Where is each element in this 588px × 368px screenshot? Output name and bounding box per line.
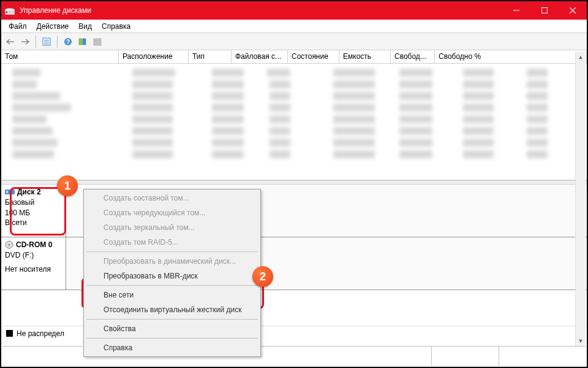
list-icon[interactable] <box>91 35 104 48</box>
svg-point-1 <box>5 9 15 12</box>
col-capacity[interactable]: Емкость <box>339 50 391 63</box>
menu-file[interactable]: Файл <box>4 20 32 33</box>
svg-rect-19 <box>6 191 8 193</box>
col-fs[interactable]: Файловая с... <box>232 50 288 63</box>
ctx-properties[interactable]: Свойства <box>85 321 259 336</box>
vertical-scrollbar[interactable]: ▲ ▼ <box>575 52 586 346</box>
ctx-convert-dynamic[interactable]: Преобразовать в динамический диск... <box>85 254 259 269</box>
toolbar: ? <box>1 33 587 50</box>
disk2-header[interactable]: Диск 2 Базовый 100 МБ В сети <box>1 185 66 237</box>
svg-point-21 <box>9 244 10 246</box>
help-icon[interactable]: ? <box>61 35 75 48</box>
minimize-button[interactable] <box>502 1 530 20</box>
back-button[interactable] <box>4 35 17 48</box>
column-headers: Том Расположение Тип Файловая с... Состо… <box>1 50 587 64</box>
menu-action[interactable]: Действие <box>32 20 74 33</box>
col-free[interactable]: Свобод... <box>391 50 435 63</box>
ctx-detach-vhd[interactable]: Отсоединить виртуальный жесткий диск <box>85 302 259 317</box>
maximize-button[interactable] <box>530 1 559 20</box>
settings-icon[interactable] <box>40 35 53 48</box>
menubar: Файл Действие Вид Справка <box>1 20 587 33</box>
ctx-help[interactable]: Справка <box>85 340 259 355</box>
col-volume[interactable]: Том <box>1 50 119 63</box>
refresh-icon[interactable] <box>76 35 89 48</box>
svg-rect-2 <box>6 12 7 13</box>
app-icon <box>5 6 15 15</box>
ctx-offline[interactable]: Вне сети <box>85 288 259 302</box>
volume-list <box>1 64 587 180</box>
col-layout[interactable]: Расположение <box>119 50 189 63</box>
svg-rect-9 <box>44 42 49 42</box>
disk-management-window: Управление дисками Файл Действие Вид Спр… <box>0 0 588 368</box>
close-button[interactable] <box>559 1 587 20</box>
ctx-create-mirror[interactable]: Создать зеркальный том... <box>85 220 259 235</box>
legend-swatch-unallocated <box>6 330 13 337</box>
svg-rect-8 <box>44 40 49 40</box>
window-title: Управление дисками <box>20 6 91 15</box>
svg-rect-13 <box>79 39 82 45</box>
badge-1: 1 <box>57 175 78 196</box>
ctx-create-striped[interactable]: Создать чередующийся том... <box>85 205 259 220</box>
titlebar: Управление дисками <box>1 1 587 20</box>
scroll-up-icon[interactable]: ▲ <box>576 52 586 62</box>
svg-text:?: ? <box>66 39 70 45</box>
col-type[interactable]: Тип <box>189 50 232 63</box>
svg-rect-16 <box>94 41 101 43</box>
svg-rect-17 <box>94 44 101 45</box>
menu-help[interactable]: Справка <box>97 20 135 33</box>
scroll-down-icon[interactable]: ▼ <box>576 335 586 346</box>
cdrom-icon <box>5 240 13 249</box>
svg-rect-14 <box>83 39 86 45</box>
col-freepct[interactable]: Свободно % <box>435 50 587 63</box>
svg-rect-15 <box>94 39 101 40</box>
context-menu: Создать составной том... Создать чередую… <box>83 189 261 357</box>
legend-unallocated-label: Не распредел <box>17 329 64 338</box>
forward-button[interactable] <box>18 35 32 48</box>
badge-2: 2 <box>252 266 273 287</box>
col-status[interactable]: Состояние <box>288 50 339 63</box>
ctx-create-spanned[interactable]: Создать составной том... <box>85 191 259 205</box>
cdrom-header[interactable]: CD-ROM 0 DVD (F:) Нет носителя <box>1 237 66 289</box>
ctx-convert-mbr[interactable]: Преобразовать в MBR-диск <box>85 269 259 283</box>
svg-rect-10 <box>44 44 49 44</box>
svg-rect-4 <box>542 8 548 13</box>
pane-divider[interactable] <box>1 180 587 185</box>
ctx-create-raid5[interactable]: Создать том RAID-5... <box>85 235 259 250</box>
disk-icon <box>5 188 15 196</box>
menu-view[interactable]: Вид <box>74 20 97 33</box>
